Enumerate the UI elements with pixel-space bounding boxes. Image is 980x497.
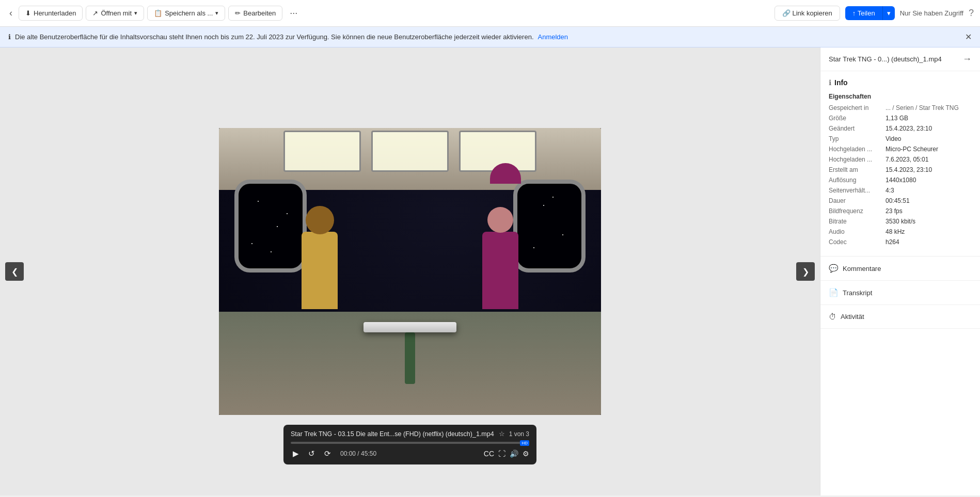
save-icon: 📋 — [154, 9, 162, 17]
share-dropdown-button[interactable]: ▾ — [882, 6, 895, 20]
property-key: Hochgeladen ... — [829, 146, 886, 153]
bottom-tabs: 💬Kommentare📄Transkript⏱Aktivität — [820, 256, 980, 329]
star — [271, 251, 272, 252]
scene-window-left — [234, 180, 307, 272]
notification-bar: ℹ Die alte Benutzeroberfläche für die In… — [0, 27, 980, 47]
property-value: Video — [886, 135, 972, 142]
property-value: h264 — [886, 238, 972, 246]
controls-buttons: ▶ ↺ ⟳ 00:00 / 45:50 CC ⛶ — [291, 448, 529, 459]
figure-head — [306, 206, 334, 234]
table — [363, 322, 456, 332]
star — [287, 213, 288, 214]
save-as-button[interactable]: 📋 Speichern als ... ▾ — [147, 6, 225, 21]
star-button[interactable]: ☆ — [499, 430, 505, 438]
link-icon: 🔗 — [782, 9, 791, 17]
property-key: Gespeichert in — [829, 104, 886, 111]
video-controls: Star Trek TNG - 03.15 Die alte Ent...se … — [283, 425, 536, 464]
property-value: 23 fps — [886, 207, 972, 215]
more-icon: ··· — [290, 8, 297, 18]
property-value: Micro-PC Scheurer — [886, 146, 972, 153]
video-area: ❮ ❯ Star Trek TNG - 03.15 Die alte Ent..… — [0, 47, 820, 495]
video-frame[interactable] — [219, 128, 601, 415]
more-options-button[interactable]: ··· — [286, 5, 302, 22]
property-row: TypVideo — [829, 135, 972, 142]
property-key: Hochgeladen ... — [829, 156, 886, 163]
property-value: 7.6.2023, 05:01 — [886, 156, 972, 163]
controls-title-row: Star Trek TNG - 03.15 Die alte Ent...se … — [291, 430, 529, 438]
right-panel-close-button[interactable]: → — [962, 54, 972, 65]
property-key: Geändert — [829, 125, 886, 132]
properties-label: Eigenschaften — [829, 93, 972, 100]
fullscreen-icon: ⛶ — [498, 450, 505, 458]
star — [562, 234, 563, 235]
notification-close-button[interactable]: ✕ — [965, 32, 972, 42]
star — [258, 201, 259, 202]
edit-icon: ✏ — [235, 9, 241, 17]
chevron-down-icon: ▾ — [134, 10, 137, 17]
property-row: Hochgeladen ...Micro-PC Scheurer — [829, 146, 972, 153]
toolbar-right: 🔗 Link kopieren ↑ Teilen ▾ Nur Sie haben… — [774, 6, 974, 21]
properties-list: Gespeichert in... / Serien / Star Trek T… — [829, 104, 972, 246]
volume-button[interactable]: 🔊 — [510, 450, 518, 458]
info-section: ℹ Info Eigenschaften Gespeichert in... /… — [820, 71, 980, 256]
property-row: Seitenverhält...4:3 — [829, 187, 972, 194]
subtitle-icon: CC — [484, 450, 494, 458]
play-icon: ▶ — [293, 449, 299, 458]
controls-right: CC ⛶ 🔊 ⚙ — [484, 450, 529, 458]
link-copy-button[interactable]: 🔗 Link kopieren — [774, 6, 840, 21]
table-leg — [405, 332, 415, 384]
property-row: Bildfrequenz23 fps — [829, 207, 972, 215]
fullscreen-button[interactable]: ⛶ — [498, 450, 505, 458]
notification-link[interactable]: Anmelden — [538, 33, 568, 41]
star — [552, 197, 554, 198]
property-key: Größe — [829, 115, 886, 122]
property-value: 00:45:51 — [886, 197, 972, 204]
property-row: Geändert15.4.2023, 23:10 — [829, 125, 972, 132]
subtitle-button[interactable]: CC — [484, 450, 494, 458]
property-row: Codech264 — [829, 238, 972, 246]
tab-item-kommentare[interactable]: 💬Kommentare — [820, 256, 980, 281]
skip-button[interactable]: ⟳ — [322, 448, 333, 459]
prev-arrow-button[interactable]: ❮ — [5, 262, 24, 281]
prev-icon: ❮ — [11, 267, 18, 277]
notification-text: Die alte Benutzeroberfläche für die Inha… — [15, 33, 534, 41]
tab-item-aktivität[interactable]: ⏱Aktivität — [820, 305, 980, 329]
settings-button[interactable]: ⚙ — [523, 450, 529, 458]
download-button[interactable]: ⬇ Herunterladen — [19, 6, 83, 21]
open-with-button[interactable]: ↗ Öffnen mit ▾ — [86, 6, 144, 21]
toolbar: ‹ ⬇ Herunterladen ↗ Öffnen mit ▾ 📋 Speic… — [0, 0, 980, 27]
rewind-button[interactable]: ↺ — [306, 448, 317, 459]
figure-right — [482, 232, 534, 335]
property-value: 1,13 GB — [886, 115, 972, 122]
share-icon: ↑ — [852, 9, 856, 17]
property-key: Erstellt am — [829, 166, 886, 173]
ceiling-panel — [283, 131, 361, 172]
progress-bar[interactable]: HD — [291, 442, 529, 444]
figure-left — [302, 232, 353, 335]
chevron-down-icon: ▾ — [215, 10, 218, 17]
share-button[interactable]: ↑ Teilen — [845, 6, 882, 20]
figure-body — [302, 232, 338, 309]
back-button[interactable]: ‹ — [6, 5, 15, 22]
edit-button[interactable]: ✏ Bearbeiten — [228, 6, 282, 21]
main-area: ❮ ❯ Star Trek TNG - 03.15 Die alte Ent..… — [0, 47, 980, 495]
property-row: Dauer00:45:51 — [829, 197, 972, 204]
property-row: Gespeichert in... / Serien / Star Trek T… — [829, 104, 972, 111]
property-value: 48 kHz — [886, 228, 972, 235]
share-button-group: ↑ Teilen ▾ — [845, 6, 895, 20]
video-container — [219, 128, 601, 415]
property-key: Audio — [829, 228, 886, 235]
next-arrow-button[interactable]: ❯ — [796, 262, 815, 281]
volume-icon: 🔊 — [510, 450, 518, 458]
tab-item-transkript[interactable]: 📄Transkript — [820, 281, 980, 305]
play-button[interactable]: ▶ — [291, 448, 301, 459]
help-button[interactable]: ? — [969, 8, 974, 19]
property-key: Seitenverhält... — [829, 187, 886, 194]
tab-label: Aktivität — [841, 313, 864, 320]
property-value: 15.4.2023, 23:10 — [886, 125, 972, 132]
right-panel: Star Trek TNG - 0...) (deutsch)_1.mp4 → … — [820, 47, 980, 495]
property-key: Bitrate — [829, 218, 886, 225]
settings-icon: ⚙ — [523, 450, 529, 458]
info-icon: ℹ — [829, 78, 831, 87]
external-icon: ↗ — [92, 9, 98, 17]
